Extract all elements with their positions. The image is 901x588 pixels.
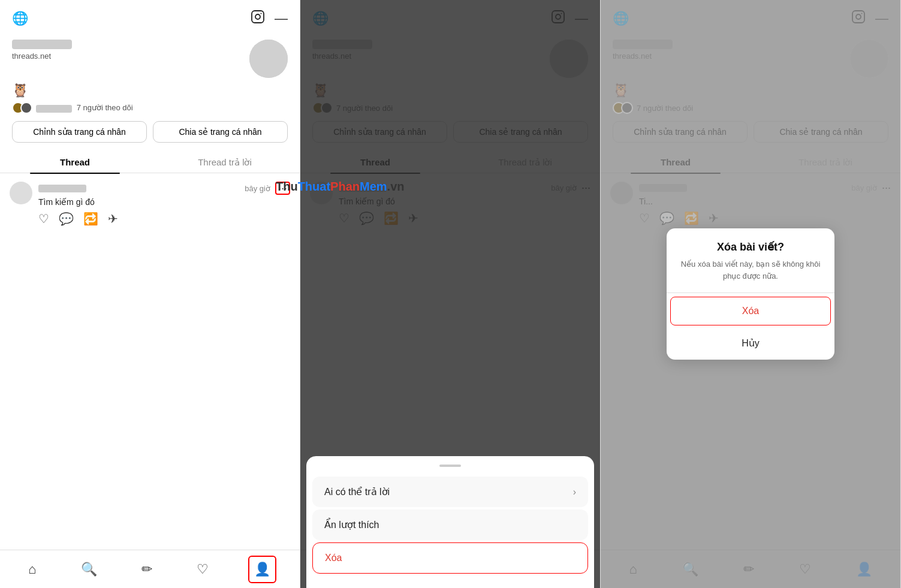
dialog-subtitle: Nếu xóa bài viết này, bạn sẽ không khôi … xyxy=(667,258,834,293)
sheet-item-reply[interactable]: Ai có thể trả lời › xyxy=(312,477,588,507)
dialog-box: Xóa bài viết? Nếu xóa bài viết này, bạn … xyxy=(667,228,834,360)
sheet-item-delete-label: Xóa xyxy=(325,553,342,563)
sheet-item-hide-label: Ẩn lượt thích xyxy=(324,519,379,530)
post-content-1: bây giờ ··· Tìm kiếm gì đó ♡ 💬 🔁 ✈ xyxy=(38,182,290,233)
panel-dark: 🌐 — threads.net xyxy=(300,0,601,588)
profile-domain-1: threads.net xyxy=(12,52,72,61)
post-time-1: bây giờ xyxy=(245,184,270,193)
post-avatar-1 xyxy=(10,182,32,204)
dialog-overlay: Xóa bài viết? Nếu xóa bài viết này, bạn … xyxy=(601,0,900,588)
follower-avatar-small-2 xyxy=(20,102,32,114)
tabs-1: Thread Thread trả lời xyxy=(0,151,300,173)
instagram-icon[interactable] xyxy=(251,10,265,28)
globe-icon[interactable]: 🌐 xyxy=(12,11,28,26)
animal-icon-1: 🦉 xyxy=(12,83,288,98)
nav-profile-1[interactable]: 👤 xyxy=(248,556,276,583)
panel-gray: 🌐 — threads.net xyxy=(601,0,901,588)
follower-text-1: 7 người theo dõi xyxy=(36,103,133,112)
svg-point-2 xyxy=(261,13,262,14)
dialog-delete-btn[interactable]: Xóa xyxy=(670,297,831,325)
action-buttons-1: Chỉnh sửa trang cá nhân Chia sẻ trang cá… xyxy=(12,121,288,143)
nav-home-1[interactable]: ⌂ xyxy=(23,557,41,582)
bottom-sheet: Ai có thể trả lời › Ẩn lượt thích Xóa xyxy=(306,456,594,588)
follower-blur xyxy=(36,105,72,113)
profile-name-blur xyxy=(12,40,72,49)
top-right-icons: — xyxy=(251,10,288,28)
post-meta-1: bây giờ ··· xyxy=(245,182,290,195)
bottom-nav-1: ⌂ 🔍 ✏ ♡ 👤 xyxy=(0,550,300,588)
dialog-actions: Xóa Hủy xyxy=(667,293,834,360)
dialog-cancel-btn[interactable]: Hủy xyxy=(667,329,834,357)
svg-point-1 xyxy=(255,14,260,19)
comment-icon-1[interactable]: 💬 xyxy=(59,212,74,226)
follower-count-1: 7 người theo dõi xyxy=(77,103,133,112)
profile-avatar-1 xyxy=(249,40,288,78)
tab-thread-1[interactable]: Thread xyxy=(0,151,150,173)
nav-compose-1[interactable]: ✏ xyxy=(137,557,157,582)
follower-row-1: 7 người theo dõi xyxy=(12,102,288,114)
post-item-1: bây giờ ··· Tìm kiếm gì đó ♡ 💬 🔁 ✈ xyxy=(0,173,300,233)
share-icon-1[interactable]: ✈ xyxy=(108,212,118,226)
profile-info-1: threads.net xyxy=(12,40,72,61)
panel-normal: 🌐 — threads.net 🦉 xyxy=(0,0,300,588)
post-header-1: bây giờ ··· xyxy=(38,182,290,195)
like-icon-1[interactable]: ♡ xyxy=(38,212,49,226)
post-text-1: Tìm kiếm gì đó xyxy=(38,197,290,207)
menu-icon[interactable]: — xyxy=(275,11,288,26)
repost-icon-1[interactable]: 🔁 xyxy=(83,212,98,226)
nav-heart-1[interactable]: ♡ xyxy=(192,557,213,582)
sheet-handle xyxy=(439,465,461,467)
post-username-blur-1 xyxy=(38,185,86,192)
sheet-item-arrow: › xyxy=(573,487,576,497)
share-profile-btn-1[interactable]: Chia sẻ trang cá nhân xyxy=(153,121,288,143)
top-bar-1: 🌐 — xyxy=(0,0,300,34)
sheet-item-hide-likes[interactable]: Ẩn lượt thích xyxy=(312,509,588,540)
avatar-img-1 xyxy=(249,40,288,78)
dialog-title: Xóa bài viết? xyxy=(667,228,834,258)
nav-search-1[interactable]: 🔍 xyxy=(76,557,102,582)
post-actions-1: ♡ 💬 🔁 ✈ xyxy=(38,212,290,226)
sheet-item-delete[interactable]: Xóa xyxy=(312,542,588,574)
svg-rect-0 xyxy=(252,11,264,23)
edit-profile-btn-1[interactable]: Chỉnh sửa trang cá nhân xyxy=(12,121,147,143)
post-more-btn-1[interactable]: ··· xyxy=(275,182,290,195)
profile-section-1: threads.net 🦉 7 người theo dõi Chỉnh sửa… xyxy=(0,34,300,151)
sheet-item-reply-label: Ai có thể trả lời xyxy=(324,486,390,497)
follower-avatars-1 xyxy=(12,102,32,114)
tab-reply-1[interactable]: Thread trả lời xyxy=(150,151,300,173)
